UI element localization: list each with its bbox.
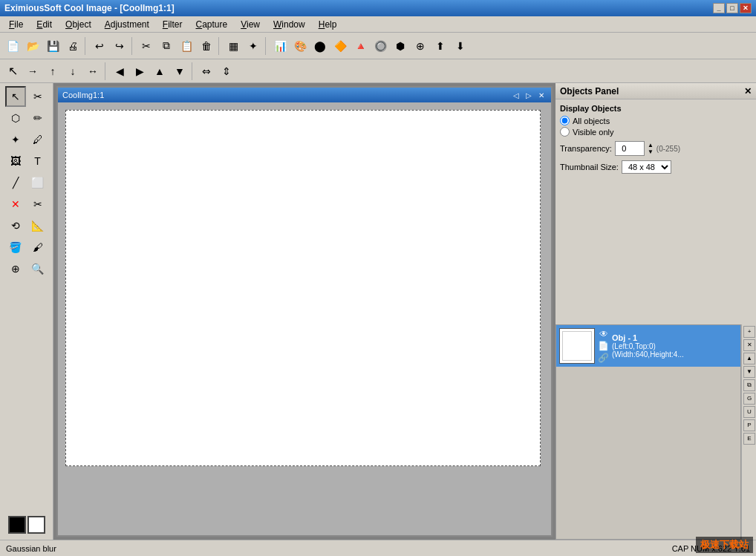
line-tool[interactable]: ╱ — [5, 172, 26, 193]
distribute-v-icon[interactable]: ⇕ — [217, 62, 236, 81]
move-down-icon[interactable]: ↓ — [63, 62, 82, 81]
pen-tool[interactable]: 🖊 — [27, 129, 48, 150]
doc-next-button[interactable]: ▷ — [524, 91, 534, 99]
save-icon[interactable]: 💾 — [43, 36, 62, 56]
doc-prev-button[interactable]: ◁ — [511, 91, 521, 99]
align-bottom-icon[interactable]: ▼ — [170, 62, 189, 81]
diamond-icon[interactable]: 🔶 — [330, 36, 350, 56]
triangle-icon[interactable]: 🔺 — [351, 36, 370, 56]
grid-icon[interactable]: ▦ — [224, 36, 243, 56]
import-icon[interactable]: ⬇ — [451, 36, 470, 56]
export-icon[interactable]: ⬆ — [431, 36, 450, 56]
doc-title-controls[interactable]: ◁ ▷ ✕ — [511, 91, 547, 99]
open-icon[interactable]: 📂 — [23, 36, 42, 56]
menu-edit[interactable]: Edit — [30, 18, 58, 31]
new-icon[interactable]: 📄 — [3, 36, 22, 56]
thumbnail-row: Thumbnail Size: 16 x 16 24 x 24 32 x 32 … — [560, 160, 752, 174]
object-item[interactable]: 👁 📄 🔗 Obj - 1 (Left:0,Top:0) (Width:640,… — [556, 325, 740, 367]
thumbnail-select[interactable]: 16 x 16 24 x 24 32 x 32 48 x 48 64 x 64 — [622, 160, 671, 174]
add-object-button[interactable]: + — [743, 326, 755, 338]
close-button[interactable]: ✕ — [740, 3, 752, 13]
link-icon[interactable]: 🔗 — [598, 353, 609, 363]
select-icon[interactable]: ↖ — [3, 62, 22, 81]
palette-icon[interactable]: 🎨 — [290, 36, 310, 56]
cut-icon[interactable]: ✂ — [137, 36, 156, 56]
image-tool[interactable]: 🖼 — [5, 151, 26, 171]
transparency-up[interactable]: ▲ — [648, 142, 654, 148]
object-icons: 👁 📄 🔗 — [598, 329, 609, 363]
move-right-icon[interactable]: → — [23, 62, 42, 81]
menu-file[interactable]: File — [3, 18, 29, 31]
menu-capture[interactable]: Capture — [190, 18, 234, 31]
menu-help[interactable]: Help — [313, 18, 343, 31]
title-bar: EximiousSoft Cool Image - [CoolImg1:1] _… — [0, 0, 756, 16]
group-button[interactable]: G — [743, 393, 755, 405]
properties-button[interactable]: P — [743, 419, 755, 431]
radio-visible-label: Visible only — [573, 128, 613, 137]
transparency-input[interactable] — [615, 141, 645, 156]
star-tool[interactable]: ✦ — [5, 129, 26, 150]
menu-object[interactable]: Object — [59, 18, 97, 31]
rotate-tool[interactable]: ⟲ — [5, 215, 26, 236]
foreground-color[interactable] — [8, 516, 26, 534]
redo-icon[interactable]: ↪ — [110, 36, 129, 56]
radio-icon[interactable]: 🔘 — [371, 36, 390, 56]
minimize-button[interactable]: _ — [713, 3, 725, 13]
doc-close-button[interactable]: ✕ — [536, 91, 547, 99]
menu-filter[interactable]: Filter — [157, 18, 189, 31]
polygon-tool[interactable]: ⬡ — [5, 108, 26, 128]
title-bar-buttons[interactable]: _ □ ✕ — [713, 3, 752, 13]
zoom-in-tool[interactable]: ⊕ — [5, 258, 26, 279]
ungroup-button[interactable]: U — [743, 406, 755, 418]
brush-tool[interactable]: 🖌 — [27, 237, 48, 258]
circle-icon[interactable]: ⬤ — [310, 36, 330, 56]
add-icon[interactable]: ⊕ — [411, 36, 430, 56]
menu-adjustment[interactable]: Adjustment — [99, 18, 155, 31]
eraser-tool[interactable]: ✕ — [5, 194, 26, 215]
menu-window[interactable]: Window — [267, 18, 311, 31]
export-object-button[interactable]: E — [743, 433, 755, 445]
rect-tool[interactable]: ⬜ — [27, 172, 48, 193]
undo-icon[interactable]: ↩ — [90, 36, 109, 56]
print-icon[interactable]: 🖨 — [63, 36, 82, 56]
objects-list[interactable]: 👁 📄 🔗 Obj - 1 (Left:0,Top:0) (Width:640,… — [555, 324, 741, 540]
canvas-container[interactable] — [58, 102, 551, 535]
radio-visible-input[interactable] — [560, 127, 570, 137]
duplicate-button[interactable]: ⧉ — [743, 379, 755, 391]
crop-tool[interactable]: ✂ — [27, 86, 48, 107]
align-right-icon[interactable]: ▶ — [130, 62, 149, 81]
distribute-h-icon[interactable]: ⇔ — [197, 62, 216, 81]
transparency-down[interactable]: ▼ — [648, 148, 654, 155]
move-down-button[interactable]: ▼ — [743, 366, 755, 378]
move-up-icon[interactable]: ↑ — [43, 62, 62, 81]
radio-all-input[interactable] — [560, 116, 570, 125]
align-left-icon[interactable]: ◀ — [110, 62, 129, 81]
canvas[interactable] — [65, 110, 541, 466]
radio-visible-only[interactable]: Visible only — [560, 127, 752, 137]
panel-close-button[interactable]: ✕ — [744, 86, 752, 97]
select-tool[interactable]: ↖ — [5, 86, 26, 107]
align-top-icon[interactable]: ▲ — [150, 62, 169, 81]
hex-icon[interactable]: ⬢ — [391, 36, 410, 56]
paste-icon[interactable]: 📋 — [177, 36, 196, 56]
move-up-button[interactable]: ▲ — [743, 353, 755, 364]
layer-icon[interactable]: 📄 — [598, 341, 609, 351]
background-color[interactable] — [27, 516, 45, 534]
measure-tool[interactable]: 📐 — [27, 215, 48, 236]
move-both-icon[interactable]: ↔ — [83, 62, 102, 81]
star-icon[interactable]: ✦ — [244, 36, 263, 56]
eye-icon[interactable]: 👁 — [599, 329, 608, 339]
menu-view[interactable]: View — [235, 18, 266, 31]
zoom-out-tool[interactable]: 🔍 — [27, 258, 48, 279]
radio-all-objects[interactable]: All objects — [560, 116, 752, 125]
canvas-area[interactable]: CoolImg1:1 ◁ ▷ ✕ — [53, 83, 555, 540]
text-tool[interactable]: T — [27, 151, 48, 171]
chart-icon[interactable]: 📊 — [270, 36, 290, 56]
delete-icon[interactable]: 🗑 — [197, 36, 216, 56]
maximize-button[interactable]: □ — [726, 3, 738, 13]
magic-wand-tool[interactable]: ✂ — [27, 194, 48, 215]
fill-tool[interactable]: 🪣 — [5, 237, 26, 258]
delete-object-button[interactable]: ✕ — [743, 339, 755, 351]
pencil-tool[interactable]: ✏ — [27, 108, 48, 128]
copy-icon[interactable]: ⧉ — [157, 36, 176, 56]
